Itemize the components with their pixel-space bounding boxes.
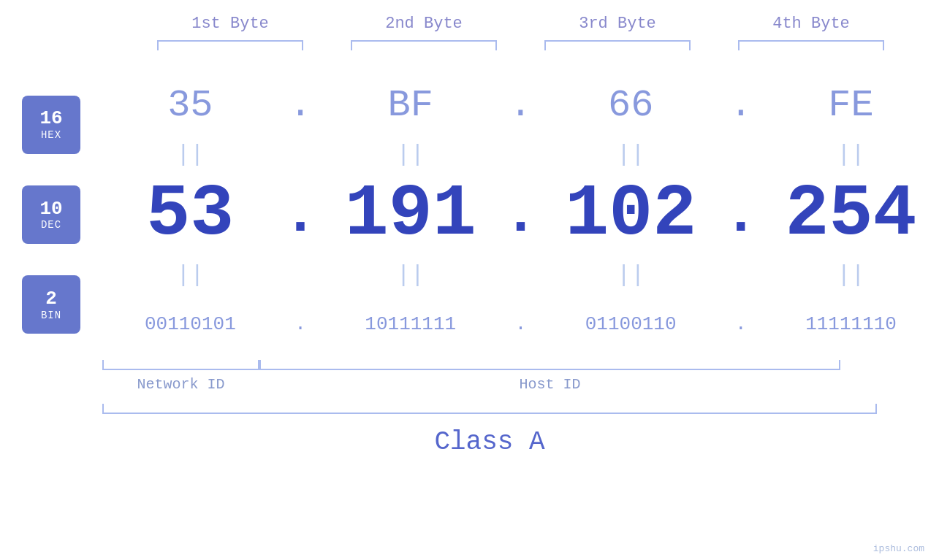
dec-val-4: 254 xyxy=(786,178,917,251)
host-id-label: Host ID xyxy=(259,376,840,393)
top-bracket-3 xyxy=(544,40,691,50)
dec-badge-label: DEC xyxy=(41,219,61,231)
eq-2-4: || xyxy=(771,261,932,288)
eq-2-1: || xyxy=(110,261,270,288)
dec-val-3: 102 xyxy=(565,178,696,251)
eq-1-4: || xyxy=(771,141,932,168)
bin-cell-4: 11111110 xyxy=(771,313,932,335)
bin-badge-num: 2 xyxy=(45,288,57,310)
hex-badge-label: HEX xyxy=(41,129,61,141)
eq-2-2: || xyxy=(330,261,491,288)
bin-badge-label: BIN xyxy=(41,310,61,321)
eq-1-3: || xyxy=(550,141,711,168)
bin-badge: 2 BIN xyxy=(22,275,80,334)
eq-2-3: || xyxy=(550,261,711,288)
network-id-label: Network ID xyxy=(102,376,259,393)
hex-row: 35 . BF . 66 . FE xyxy=(102,72,939,138)
host-bracket xyxy=(259,360,840,370)
dec-val-2: 191 xyxy=(345,178,476,251)
hex-cell-2: BF xyxy=(330,84,491,127)
dec-row: 53 . 191 . 102 . 254 xyxy=(102,171,939,258)
main-container: 1st Byte 2nd Byte 3rd Byte 4th Byte 16 H… xyxy=(0,0,939,560)
hex-badge: 16 HEX xyxy=(22,96,80,154)
class-bracket xyxy=(102,404,877,414)
dec-cell-3: 102 xyxy=(550,178,711,251)
bin-val-3: 01100110 xyxy=(585,313,677,335)
byte-label-2: 2nd Byte xyxy=(343,15,504,33)
hex-val-4: FE xyxy=(828,84,873,127)
hex-badge-num: 16 xyxy=(39,108,62,129)
bottom-area: Network ID Host ID Class A xyxy=(0,360,939,457)
hex-dot-3: . xyxy=(726,84,756,127)
bin-val-2: 10111111 xyxy=(365,313,456,335)
dec-cell-1: 53 xyxy=(110,178,270,251)
eq-1-2: || xyxy=(330,141,491,168)
hex-dot-2: . xyxy=(506,84,535,127)
eq-row-2: || || || || xyxy=(102,258,939,291)
class-a-label: Class A xyxy=(102,427,877,457)
eq-1-1: || xyxy=(110,141,270,168)
hex-cell-1: 35 xyxy=(110,84,270,127)
dec-dot-2: . xyxy=(506,182,535,248)
dec-val-1: 53 xyxy=(146,178,234,251)
bin-row: 00110101 . 10111111 . 01100110 . xyxy=(102,291,939,357)
hex-dot-1: . xyxy=(286,84,315,127)
byte-label-3: 3rd Byte xyxy=(537,15,698,33)
top-bracket-4 xyxy=(738,40,884,50)
network-bracket xyxy=(102,360,259,370)
top-bracket-1 xyxy=(157,40,303,50)
eq-row-1: || || || || xyxy=(102,138,939,171)
hex-cell-3: 66 xyxy=(550,84,711,127)
content-area: 16 HEX 10 DEC 2 BIN 35 . xyxy=(0,72,939,357)
bin-dot-3: . xyxy=(726,313,756,335)
bin-val-4: 11111110 xyxy=(805,313,897,335)
top-bracket-2 xyxy=(351,40,497,50)
hex-val-1: 35 xyxy=(167,84,213,127)
byte-label-4: 4th Byte xyxy=(731,15,892,33)
watermark: ipshu.com xyxy=(873,543,924,554)
byte-labels-row: 1st Byte 2nd Byte 3rd Byte 4th Byte xyxy=(134,15,908,33)
dec-cell-2: 191 xyxy=(330,178,491,251)
bin-dot-1: . xyxy=(286,313,315,335)
hex-val-3: 66 xyxy=(608,84,653,127)
dec-cell-4: 254 xyxy=(771,178,932,251)
top-brackets xyxy=(134,40,908,50)
dec-badge: 10 DEC xyxy=(22,185,80,244)
byte-label-1: 1st Byte xyxy=(150,15,311,33)
values-grid: 35 . BF . 66 . FE xyxy=(102,72,939,357)
dec-dot-1: . xyxy=(286,182,315,248)
bin-dot-2: . xyxy=(506,313,535,335)
bin-cell-1: 00110101 xyxy=(110,313,270,335)
hex-val-2: BF xyxy=(388,84,433,127)
class-bracket-area xyxy=(102,404,877,414)
badges-column: 16 HEX 10 DEC 2 BIN xyxy=(0,72,102,357)
hex-cell-4: FE xyxy=(771,84,932,127)
dec-badge-num: 10 xyxy=(39,199,62,220)
bin-val-1: 00110101 xyxy=(145,313,236,335)
bin-cell-3: 01100110 xyxy=(550,313,711,335)
network-host-labels: Network ID Host ID xyxy=(102,376,877,393)
bottom-brackets xyxy=(102,360,877,370)
bin-cell-2: 10111111 xyxy=(330,313,491,335)
dec-dot-3: . xyxy=(726,182,756,248)
